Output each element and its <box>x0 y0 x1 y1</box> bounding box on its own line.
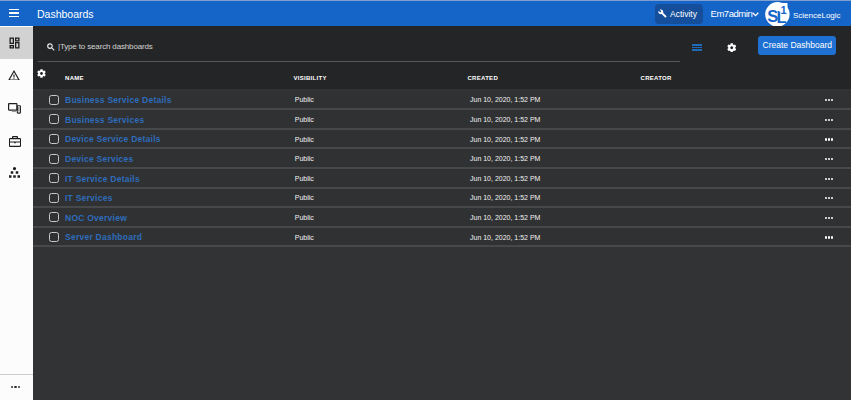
svg-text:1: 1 <box>781 4 787 15</box>
